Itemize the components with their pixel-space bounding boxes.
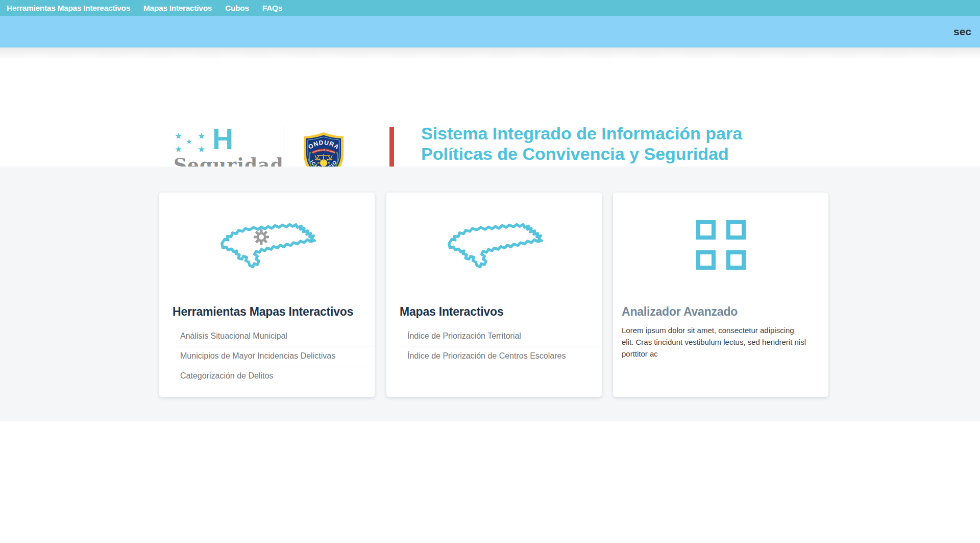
star-icon: ★ xyxy=(198,132,205,140)
star-icon: ★ xyxy=(186,138,192,145)
subbar: sec xyxy=(0,16,980,48)
card-analizador-avanzado[interactable]: Analizador Avanzado Lorem ipsum dolor si… xyxy=(613,193,828,397)
page-footer: ★ ★ ★ ★ ★ H Seguridad Gobierno de la Rep… xyxy=(0,421,980,543)
page-title-line: Sistema Integrado de Información para xyxy=(421,123,742,144)
nav-item-faqs[interactable]: FAQs xyxy=(262,4,282,13)
card-icon-area xyxy=(159,193,375,304)
card-herramientas-mapas: Herramientas Mapas Interactivos Análisis… xyxy=(159,193,375,397)
card-links: Índice de Priorización Territorial Índic… xyxy=(403,326,601,366)
h-letter: H xyxy=(212,125,233,154)
gear-icon xyxy=(253,229,270,245)
star-icon: ★ xyxy=(175,132,182,140)
link-categorizacion-delitos[interactable]: Categorización de Delitos xyxy=(176,366,374,386)
card-title: Herramientas Mapas Interactivos xyxy=(173,304,362,319)
card-description-line: Lorem ipsum dolor sit amet, consectetur … xyxy=(622,324,817,336)
link-indice-priorizacion-territorial[interactable]: Índice de Priorización Territorial xyxy=(403,326,601,346)
card-mapas-interactivos: Mapas Interactivos Índice de Priorizació… xyxy=(386,193,602,397)
card-description-line: elit. Cras tincidunt vestibulum lectus, … xyxy=(622,336,817,348)
card-icon-area xyxy=(613,193,828,304)
card-title: Mapas Interactivos xyxy=(400,304,590,319)
honduras-map-icon xyxy=(445,218,544,275)
card-icon-area xyxy=(386,193,602,304)
link-analisis-situacional-municipal[interactable]: Análisis Situacional Municipal xyxy=(176,326,374,346)
top-nav: Herramientas Mapas Intereactivos Mapas I… xyxy=(0,0,980,16)
card-title: Analizador Avanzado xyxy=(622,304,816,319)
page-title-line: Políticas de Convivencia y Seguridad xyxy=(421,144,742,164)
link-indice-priorizacion-centros-escolares[interactable]: Índice de Priorización de Centros Escola… xyxy=(403,346,601,366)
honduras-map-icon xyxy=(217,218,317,275)
cards-section: Herramientas Mapas Interactivos Análisis… xyxy=(0,167,980,421)
star-icon: ★ xyxy=(198,145,205,154)
grid-squares-icon xyxy=(696,220,746,270)
subbar-text: sec xyxy=(953,26,971,38)
nav-item-cubos[interactable]: Cubos xyxy=(225,4,249,13)
nav-item-herramientas-mapas[interactable]: Herramientas Mapas Intereactivos xyxy=(7,4,130,13)
card-description: Lorem ipsum dolor sit amet, consectetur … xyxy=(622,324,817,360)
star-icon: ★ xyxy=(175,145,182,154)
link-municipios-mayor-incidencias[interactable]: Municipios de Mayor Incidencias Delictiv… xyxy=(176,346,374,366)
card-description-line: porttitor ac xyxy=(622,348,817,360)
card-links: Análisis Situacional Municipal Municipio… xyxy=(176,326,374,386)
page-header: ★ ★ ★ ★ ★ H Seguridad Gobierno de la Rep… xyxy=(0,48,980,167)
nav-item-mapas-interactivos[interactable]: Mapas Interactivos xyxy=(143,4,212,13)
